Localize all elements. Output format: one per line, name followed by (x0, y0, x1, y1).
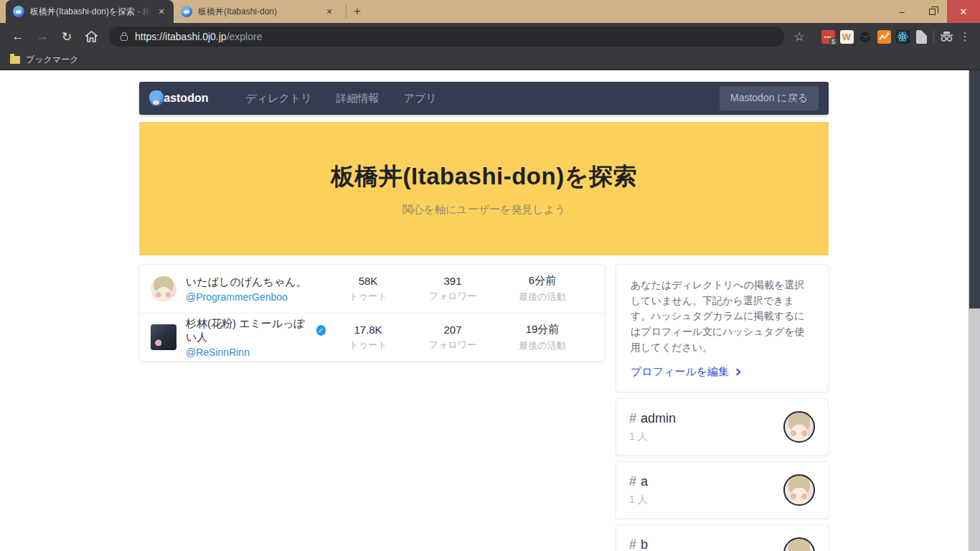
account-row: いたばしのげんちゃん。 @ProgrammerGenboo 58K トゥート 3… (140, 265, 604, 313)
hashtag-card[interactable]: #a 1 人 (616, 461, 829, 519)
avatar[interactable] (151, 324, 176, 350)
account-handle[interactable]: @ReSinnRinn (186, 347, 326, 358)
stat-followers: 207 フォロワー (410, 324, 495, 352)
page-title: 板橋丼(Itabashi-don)を探索 (331, 161, 637, 193)
page-viewport: mastodon ディレクトリ 詳細情報 アプリ Mastodon に戻る 板橋… (0, 70, 980, 551)
chevron-right-icon (734, 369, 741, 376)
layers-extension-button[interactable] (856, 27, 875, 47)
browser-toolbar: ← → ↻ https://itabashi.0j0.jp/explore ☆ … (0, 23, 980, 50)
directory-notice: あなたはディレクトリへの掲載を選択していません。下記から選択できます。ハッシュタ… (616, 264, 829, 392)
analytics-extension-button[interactable] (875, 27, 893, 47)
lock-icon (121, 35, 128, 41)
back-button[interactable]: ← (7, 26, 29, 47)
bookmarks-bar: ブックマーク (0, 50, 980, 70)
mastodon-favicon (13, 6, 24, 17)
react-devtools-extension-button[interactable] (893, 27, 912, 47)
adblock-extension-button[interactable]: ⋯ 5 (819, 27, 837, 47)
sidebar: あなたはディレクトリへの掲載を選択していません。下記から選択できます。ハッシュタ… (616, 264, 829, 551)
url-path: /explore (227, 31, 263, 42)
reload-button[interactable]: ↻ (56, 26, 77, 47)
window-controls: – ✕ (887, 0, 980, 23)
scrollbar-thumb[interactable] (969, 70, 980, 309)
hash-icon: # (629, 411, 636, 425)
stat-followers: 391 フォロワー (410, 275, 495, 303)
verified-icon: ✓ (316, 325, 326, 336)
notice-text: あなたはディレクトリへの掲載を選択していません。下記から選択できます。ハッシュタ… (631, 278, 814, 355)
extensions-area: ☆ ⋯ 5 W (790, 27, 974, 47)
hashtag-card[interactable]: #b 1 人 (616, 524, 829, 551)
restore-button[interactable] (917, 0, 947, 23)
browser-tab-inactive[interactable]: 板橋丼(Itabashi-don) ✕ (174, 0, 341, 23)
accounts-table: いたばしのげんちゃん。 @ProgrammerGenboo 58K トゥート 3… (139, 264, 605, 362)
mastodon-brand[interactable]: mastodon (149, 90, 208, 106)
spy-extension-icon (940, 31, 953, 42)
bookmark-folder[interactable]: ブックマーク (26, 54, 78, 66)
browser-titlebar: 板橋丼(Itabashi-don)を探索 - 板 ✕ 板橋丼(Itabashi-… (0, 0, 980, 23)
hash-icon: # (629, 537, 636, 551)
home-button[interactable] (80, 26, 102, 47)
avatar[interactable] (783, 411, 815, 443)
bookmark-star-button[interactable]: ☆ (790, 27, 809, 47)
restore-icon (929, 9, 936, 15)
url-host: https://itabashi.0j0.jp (135, 31, 227, 42)
mastodon-logo-icon (149, 90, 164, 106)
browser-tab-active[interactable]: 板橋丼(Itabashi-don)を探索 - 板 ✕ (6, 0, 174, 23)
document-extension-icon (916, 30, 927, 44)
account-name: 杉林(花粉) エミールっぽい人 ✓ (186, 317, 326, 344)
stat-toots: 58K トゥート (326, 275, 410, 303)
analytics-extension-icon (877, 30, 891, 44)
new-tab-button[interactable]: + (347, 4, 368, 23)
account-handle[interactable]: @ProgrammerGenboo (186, 291, 326, 303)
hashtag-count: 1 人 (629, 430, 783, 443)
hashtag-card[interactable]: #admin 1 人 (616, 398, 829, 456)
mastodon-navbar: mastodon ディレクトリ 詳細情報 アプリ Mastodon に戻る (139, 82, 829, 115)
page-subtitle: 関心を軸にユーザーを発見しよう (402, 203, 566, 217)
site-links: ディレクトリ 詳細情報 アプリ (245, 92, 436, 105)
extension-badge: 5 (829, 38, 837, 45)
avatar[interactable] (783, 537, 815, 551)
stat-last-active: 19分前 最後の活動 (495, 323, 590, 352)
avatar[interactable] (151, 276, 176, 302)
star-icon: ☆ (793, 29, 804, 44)
home-icon (85, 31, 98, 42)
tab-title: 板橋丼(Itabashi-don)を探索 - 板 (30, 6, 151, 18)
toolbar-separator (933, 30, 934, 43)
back-to-mastodon-button[interactable]: Mastodon に戻る (720, 86, 819, 110)
nav-link-directory[interactable]: ディレクトリ (245, 92, 311, 105)
nav-link-apps[interactable]: アプリ (404, 92, 437, 105)
kebab-menu-icon: ⋮ (960, 30, 971, 43)
forward-button[interactable]: → (32, 26, 53, 47)
wappalyzer-extension-icon: W (840, 30, 854, 44)
tab-close-icon[interactable]: ✕ (155, 5, 168, 18)
wappalyzer-extension-button[interactable]: W (837, 27, 856, 47)
spy-extension-button[interactable] (937, 27, 956, 47)
tab-close-icon[interactable]: ✕ (323, 5, 336, 18)
document-extension-button[interactable] (912, 27, 930, 47)
hero-banner: 板橋丼(Itabashi-don)を探索 関心を軸にユーザーを発見しよう (139, 122, 829, 255)
tab-title: 板橋丼(Itabashi-don) (198, 6, 319, 18)
hashtag-name: #b (629, 537, 783, 551)
account-name: いたばしのげんちゃん。 (186, 276, 326, 289)
edit-profile-link[interactable]: プロフィールを編集 (631, 365, 814, 379)
hashtag-name: #a (629, 474, 783, 489)
stat-toots: 17.8K トゥート (326, 324, 410, 352)
minimize-button[interactable]: – (887, 0, 917, 23)
hash-icon: # (629, 474, 636, 489)
page-scrollbar[interactable] (968, 70, 980, 551)
nav-link-about[interactable]: 詳細情報 (336, 92, 380, 105)
hashtag-count: 1 人 (629, 494, 783, 507)
browser-menu-button[interactable]: ⋮ (956, 27, 974, 47)
mastodon-favicon (181, 6, 192, 17)
layers-extension-icon (859, 30, 872, 43)
account-row: 杉林(花粉) エミールっぽい人 ✓ @ReSinnRinn 17.8K トゥート… (140, 313, 604, 361)
close-button[interactable]: ✕ (947, 0, 980, 23)
address-bar[interactable]: https://itabashi.0j0.jp/explore (109, 27, 784, 47)
folder-icon (10, 56, 20, 64)
hashtag-name: #admin (629, 411, 783, 426)
avatar[interactable] (783, 474, 815, 506)
react-devtools-extension-icon (896, 30, 910, 44)
stat-last-active: 6分前 最後の活動 (495, 274, 590, 303)
